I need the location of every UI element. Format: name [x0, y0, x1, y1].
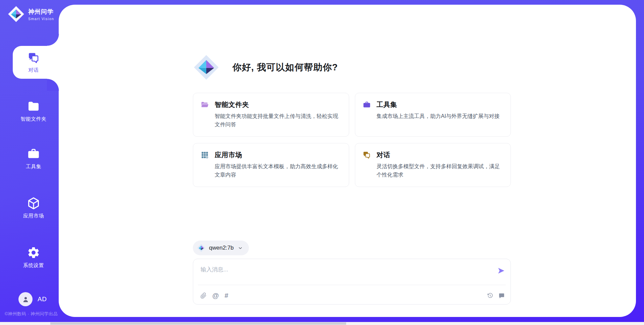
avatar: [18, 292, 33, 306]
attach-file-button[interactable]: [200, 292, 207, 299]
at-icon: @: [212, 292, 219, 299]
chevron-down-icon: [238, 246, 243, 251]
sidebar-item-label: 对话: [29, 67, 39, 73]
folder-open-icon: [201, 101, 209, 109]
paperclip-icon: [200, 292, 207, 299]
scrollbar-thumb[interactable]: [50, 322, 346, 325]
horizontal-scrollbar[interactable]: [0, 322, 644, 325]
topic-button[interactable]: #: [225, 292, 228, 299]
message-composer: @ #: [193, 259, 511, 305]
new-chat-button[interactable]: [498, 292, 505, 299]
sidebar-item-label: 应用市场: [23, 213, 44, 219]
person-icon: [21, 295, 30, 304]
hash-icon: #: [225, 292, 228, 299]
composer-divider: [198, 285, 506, 285]
feature-cards: 智能文件夹 智能文件夹功能支持批量文件上传与清洗，轻松实现文件问答 工具集 集成…: [193, 93, 511, 187]
sidebar-item-label: 工具集: [26, 164, 42, 170]
card-title: 工具集: [377, 100, 397, 109]
brand-subtitle: Smart Vision: [28, 17, 54, 21]
card-title: 智能文件夹: [215, 100, 249, 109]
card-title: 应用市场: [215, 150, 242, 159]
assistant-diamond-logo-icon: [193, 54, 220, 81]
message-input[interactable]: [201, 264, 489, 275]
composer-toolbar: @ #: [200, 289, 505, 302]
sidebar-item-toolset[interactable]: 工具集: [8, 142, 59, 174]
folder-icon: [27, 100, 40, 113]
sidebar-item-label: 智能文件夹: [20, 116, 47, 122]
send-icon: [497, 267, 505, 275]
model-diamond-logo-icon: [197, 244, 206, 252]
card-smart-folder[interactable]: 智能文件夹 智能文件夹功能支持批量文件上传与清洗，轻松实现文件问答: [193, 93, 349, 137]
user-initials: AD: [38, 296, 47, 303]
brand-diamond-logo-icon: [7, 5, 25, 23]
card-description: 应用市场提供丰富长文本模板，助力高效生成多样化文章内容: [215, 162, 341, 179]
briefcase-icon: [27, 147, 40, 160]
mention-button[interactable]: @: [212, 292, 219, 299]
apps-icon: [201, 151, 209, 159]
greeting-title: 你好, 我可以如何帮助你?: [232, 61, 338, 73]
history-icon: [487, 292, 493, 299]
briefcase-icon: [363, 101, 371, 109]
card-app-market[interactable]: 应用市场 应用市场提供丰富长文本模板，助力高效生成多样化文章内容: [193, 143, 349, 187]
send-button[interactable]: [497, 267, 505, 275]
gear-icon: [27, 246, 40, 259]
model-selector[interactable]: qwen2:7b: [193, 241, 249, 255]
card-chat[interactable]: 对话 灵活切换多模型文件，支持多样回复效果调试，满足个性化需求: [355, 143, 511, 187]
card-description: 智能文件夹功能支持批量文件上传与清洗，轻松实现文件问答: [215, 112, 341, 129]
card-title: 对话: [377, 150, 390, 159]
chat-icon: [28, 52, 40, 64]
sidebar-item-app-market[interactable]: 应用市场: [8, 192, 59, 223]
cube-icon: [27, 196, 40, 210]
message-icon: [498, 292, 505, 299]
card-description: 灵活切换多模型文件，支持多样回复效果调试，满足个性化需求: [377, 162, 503, 179]
brand-name: 神州问学: [28, 8, 54, 16]
copyright-footer: ©神州数码 · 神州问学出品: [5, 311, 58, 317]
main-panel: 你好, 我可以如何帮助你? 智能文件夹 智能文件夹功能支持批量文件上传与清洗，轻…: [59, 5, 636, 317]
card-description: 集成市场上主流工具，助力AI与外界无缝扩展与对接: [377, 112, 503, 121]
brand[interactable]: 神州问学 Smart Vision: [7, 5, 54, 23]
user-account[interactable]: AD: [18, 292, 47, 306]
history-button[interactable]: [487, 292, 493, 299]
sidebar-item-chat[interactable]: 对话: [8, 46, 59, 78]
chat-icon: [363, 151, 371, 159]
card-toolset[interactable]: 工具集 集成市场上主流工具，助力AI与外界无缝扩展与对接: [355, 93, 511, 137]
sidebar-item-settings[interactable]: 系统设置: [8, 241, 59, 273]
greeting-block: 你好, 我可以如何帮助你?: [193, 54, 338, 81]
model-selector-value: qwen2:7b: [209, 245, 234, 251]
sidebar-item-label: 系统设置: [23, 262, 44, 269]
sidebar-item-smart-folder[interactable]: 智能文件夹: [8, 95, 59, 127]
